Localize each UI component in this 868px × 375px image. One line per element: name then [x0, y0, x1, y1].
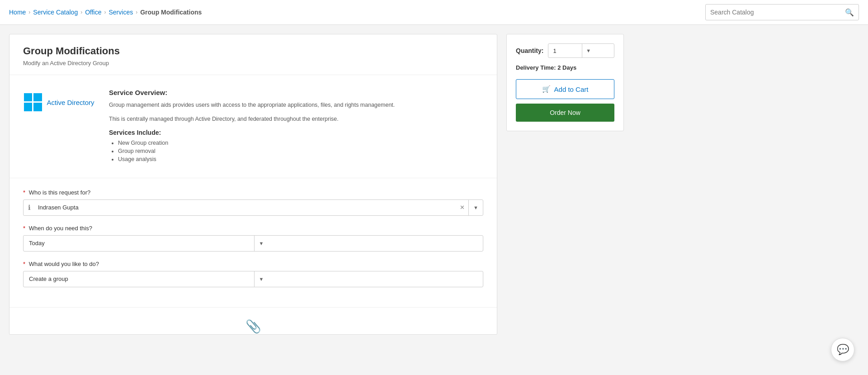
quantity-select[interactable]: 1 ▼ [548, 43, 614, 58]
service-item-3: Usage analysis [118, 156, 395, 162]
required-star1: * [23, 189, 25, 196]
right-panel: Quantity: 1 ▼ Delivery Time: 2 Days 🛒 Ad… [506, 34, 624, 335]
form-group-timing: * When do you need this? Today ▼ [23, 225, 483, 252]
service-item-1: New Group creation [118, 140, 395, 146]
top-nav: Home › Service Catalog › Office › Servic… [0, 0, 868, 25]
windows-logo-icon [24, 93, 42, 111]
required-star3: * [23, 261, 25, 267]
bottom-section: 📎 [9, 307, 497, 334]
delivery-value: 2 Days [557, 64, 576, 71]
clear-requestor-button[interactable]: ✕ [456, 204, 468, 211]
content-panel: Group Modifications Modify an Active Dir… [9, 34, 497, 335]
breadcrumb-sep4: › [136, 9, 137, 15]
chat-icon: 💬 [837, 344, 849, 356]
form-section: * Who is this request for? ℹ ✕ ▼ * When … [9, 178, 497, 307]
svg-rect-0 [24, 93, 32, 101]
breadcrumb-current: Group Modifications [140, 9, 202, 16]
required-star2: * [23, 225, 25, 232]
requestor-dropdown-arrow[interactable]: ▼ [468, 200, 483, 215]
breadcrumb-home[interactable]: Home [9, 9, 26, 16]
delivery-time: Delivery Time: 2 Days [516, 64, 614, 71]
breadcrumb-sep3: › [104, 9, 106, 15]
search-box: 🔍 [705, 4, 859, 20]
service-item-2: Group removal [118, 148, 395, 154]
svg-rect-2 [24, 103, 32, 111]
search-icon: 🔍 [845, 8, 854, 17]
form-group-action: * What would you like to do? Create a gr… [23, 261, 483, 287]
content-header: Group Modifications Modify an Active Dir… [9, 34, 497, 75]
action-dropdown-arrow[interactable]: ▼ [254, 271, 483, 287]
requestor-label-text: Who is this request for? [29, 189, 91, 196]
service-logo: Active Directory [23, 89, 95, 111]
action-select[interactable]: Create a group ▼ [23, 271, 483, 287]
ad-logo-text: Active Directory [47, 99, 94, 106]
service-overview-heading: Service Overview: [109, 89, 395, 96]
requestor-input-wrapper: ℹ ✕ ▼ [23, 199, 483, 216]
cart-panel: Quantity: 1 ▼ Delivery Time: 2 Days 🛒 Ad… [506, 34, 624, 131]
service-section: Active Directory Service Overview: Group… [9, 75, 497, 178]
ad-logo: Active Directory [24, 93, 94, 111]
breadcrumb-services[interactable]: Services [109, 9, 133, 16]
breadcrumb-service-catalog[interactable]: Service Catalog [33, 9, 78, 16]
quantity-row: Quantity: 1 ▼ [516, 43, 614, 58]
quantity-dropdown-arrow[interactable]: ▼ [582, 44, 614, 57]
service-details: Service Overview: Group management aids … [109, 89, 395, 164]
main-layout: Group Modifications Modify an Active Dir… [0, 25, 633, 344]
breadcrumb-office[interactable]: Office [85, 9, 101, 16]
attachment-icon: 📎 [245, 319, 261, 334]
timing-value: Today [24, 240, 254, 247]
service-description1: Group management aids provides users wit… [109, 101, 395, 109]
timing-label-text: When do you need this? [29, 225, 92, 232]
search-input[interactable] [710, 9, 845, 16]
delivery-label: Delivery Time: [516, 64, 556, 71]
breadcrumb: Home › Service Catalog › Office › Servic… [9, 9, 202, 16]
page-title: Group Modifications [23, 45, 483, 57]
svg-rect-3 [33, 103, 42, 111]
action-label: * What would you like to do? [23, 261, 483, 267]
service-description2: This is centrally managed through Active… [109, 115, 395, 123]
timing-dropdown-arrow[interactable]: ▼ [254, 236, 483, 251]
page-subtitle: Modify an Active Directory Group [23, 60, 483, 66]
action-value: Create a group [24, 275, 254, 282]
cart-icon: 🛒 [542, 85, 551, 93]
requestor-label: * Who is this request for? [23, 189, 483, 196]
timing-select[interactable]: Today ▼ [23, 235, 483, 252]
add-to-cart-button[interactable]: 🛒 Add to Cart [516, 79, 614, 99]
chat-button[interactable]: 💬 [831, 338, 854, 361]
breadcrumb-sep2: › [80, 9, 82, 15]
quantity-label: Quantity: [516, 47, 543, 54]
order-now-button[interactable]: Order Now [516, 104, 614, 122]
form-group-requestor: * Who is this request for? ℹ ✕ ▼ [23, 189, 483, 216]
services-list: New Group creation Group removal Usage a… [109, 140, 395, 162]
info-icon: ℹ [24, 204, 35, 212]
requestor-input[interactable] [35, 204, 456, 211]
services-include-heading: Services Include: [109, 129, 395, 136]
action-label-text: What would you like to do? [29, 261, 99, 267]
svg-rect-1 [33, 93, 42, 101]
add-to-cart-label: Add to Cart [554, 85, 589, 93]
timing-label: * When do you need this? [23, 225, 483, 232]
quantity-value: 1 [548, 47, 582, 54]
breadcrumb-sep1: › [28, 9, 30, 15]
